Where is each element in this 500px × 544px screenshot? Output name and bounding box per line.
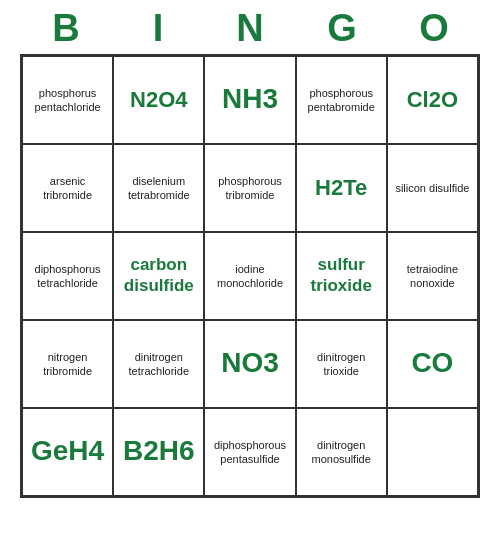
header-b: B [20, 8, 112, 50]
cell-r0-c2: NH3 [204, 56, 295, 144]
cell-text-r2-c3: sulfur trioxide [301, 255, 382, 296]
cell-r2-c3: sulfur trioxide [296, 232, 387, 320]
cell-text-r3-c3: dinitrogen trioxide [301, 350, 382, 379]
header-o: O [388, 8, 480, 50]
cell-text-r1-c3: H2Te [315, 175, 367, 201]
header-g: G [296, 8, 388, 50]
cell-text-r3-c4: CO [411, 348, 453, 379]
cell-text-r2-c0: diphosphorus tetrachloride [27, 262, 108, 291]
cell-r1-c1: diselenium tetrabromide [113, 144, 204, 232]
cell-r0-c0: phosphorus pentachloride [22, 56, 113, 144]
cell-text-r1-c4: silicon disulfide [395, 181, 469, 195]
cell-r3-c0: nitrogen tribromide [22, 320, 113, 408]
cell-r2-c0: diphosphorus tetrachloride [22, 232, 113, 320]
header-n: N [204, 8, 296, 50]
cell-r3-c4: CO [387, 320, 478, 408]
cell-text-r0-c1: N2O4 [130, 87, 187, 113]
cell-r0-c1: N2O4 [113, 56, 204, 144]
cell-r2-c1: carbon disulfide [113, 232, 204, 320]
cell-text-r1-c0: arsenic tribromide [27, 174, 108, 203]
cell-r4-c3: dinitrogen monosulfide [296, 408, 387, 496]
cell-text-r4-c1: B2H6 [123, 436, 195, 467]
cell-r1-c2: phosphorous tribromide [204, 144, 295, 232]
bingo-header: B I N G O [20, 8, 480, 50]
cell-text-r0-c3: phosphorous pentabromide [301, 86, 382, 115]
cell-r2-c2: iodine monochloride [204, 232, 295, 320]
header-i: I [112, 8, 204, 50]
cell-r4-c1: B2H6 [113, 408, 204, 496]
cell-r1-c3: H2Te [296, 144, 387, 232]
bingo-grid: phosphorus pentachlorideN2O4NH3phosphoro… [20, 54, 480, 498]
cell-text-r0-c2: NH3 [222, 84, 278, 115]
cell-text-r0-c0: phosphorus pentachloride [27, 86, 108, 115]
cell-text-r4-c0: GeH4 [31, 436, 104, 467]
cell-text-r1-c1: diselenium tetrabromide [118, 174, 199, 203]
cell-text-r3-c0: nitrogen tribromide [27, 350, 108, 379]
cell-text-r4-c2: diphosphorous pentasulfide [209, 438, 290, 467]
cell-r3-c2: NO3 [204, 320, 295, 408]
cell-text-r2-c4: tetraiodine nonoxide [392, 262, 473, 291]
cell-r4-c0: GeH4 [22, 408, 113, 496]
cell-text-r3-c2: NO3 [221, 348, 279, 379]
cell-r3-c3: dinitrogen trioxide [296, 320, 387, 408]
cell-r0-c3: phosphorous pentabromide [296, 56, 387, 144]
cell-text-r1-c2: phosphorous tribromide [209, 174, 290, 203]
cell-text-r2-c1: carbon disulfide [118, 255, 199, 296]
cell-r3-c1: dinitrogen tetrachloride [113, 320, 204, 408]
cell-r2-c4: tetraiodine nonoxide [387, 232, 478, 320]
cell-r1-c0: arsenic tribromide [22, 144, 113, 232]
cell-text-r4-c3: dinitrogen monosulfide [301, 438, 382, 467]
cell-r1-c4: silicon disulfide [387, 144, 478, 232]
cell-text-r0-c4: Cl2O [407, 87, 458, 113]
cell-r0-c4: Cl2O [387, 56, 478, 144]
cell-r4-c2: diphosphorous pentasulfide [204, 408, 295, 496]
cell-text-r2-c2: iodine monochloride [209, 262, 290, 291]
cell-text-r3-c1: dinitrogen tetrachloride [118, 350, 199, 379]
cell-r4-c4 [387, 408, 478, 496]
